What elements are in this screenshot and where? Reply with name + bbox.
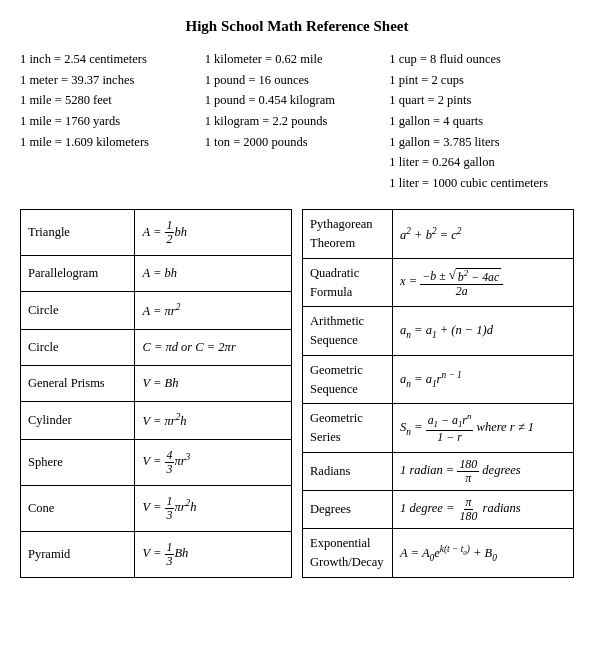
table-row: Geometric Sequence an = a1rn − 1 xyxy=(303,355,574,404)
table-row: Arithmetic Sequence an = a1 + (n − 1)d xyxy=(303,307,574,356)
shape-name: Triangle xyxy=(21,210,135,256)
conv-item: 1 meter = 39.37 inches xyxy=(20,70,205,91)
shape-name: General Prisms xyxy=(21,366,135,402)
shape-name: Circle xyxy=(21,291,135,329)
triangle-formula: A = 12bh xyxy=(135,210,292,256)
left-table: Triangle A = 12bh Parallelogram A = bh C… xyxy=(20,209,292,577)
concept-name: Geometric Series xyxy=(303,404,393,453)
concept-name: Degrees xyxy=(303,491,393,529)
cylinder-formula: V = πr2h xyxy=(135,401,292,439)
concept-name: Pythagorean Theorem xyxy=(303,210,393,259)
table-row: Parallelogram A = bh xyxy=(21,256,292,292)
table-row: Radians 1 radian = 180π degrees xyxy=(303,452,574,490)
conv-item: 1 pound = 16 ounces xyxy=(205,70,390,91)
conversions-col3: 1 cup = 8 fluid ounces 1 pint = 2 cups 1… xyxy=(389,49,574,193)
concept-name: Arithmetic Sequence xyxy=(303,307,393,356)
table-row: General Prisms V = Bh xyxy=(21,366,292,402)
geo-series-formula: Sn = a1 − a1rn 1 − r where r ≠ 1 xyxy=(393,404,574,453)
shape-name: Parallelogram xyxy=(21,256,135,292)
conv-item: 1 mile = 1.609 kilometers xyxy=(20,132,205,153)
table-row: Circle C = πd or C = 2πr xyxy=(21,330,292,366)
table-row: Cone V = 13πr2h xyxy=(21,485,292,531)
right-table: Pythagorean Theorem a2 + b2 = c2 Quadrat… xyxy=(302,209,574,577)
tables-wrapper: Triangle A = 12bh Parallelogram A = bh C… xyxy=(20,209,574,577)
table-row: Cylinder V = πr2h xyxy=(21,401,292,439)
conversions-col1: 1 inch = 2.54 centimeters 1 meter = 39.3… xyxy=(20,49,205,193)
pythagorean-formula: a2 + b2 = c2 xyxy=(393,210,574,259)
table-row: Quadratic Formula x = −b ± √b2 − 4ac 2a xyxy=(303,258,574,307)
conv-item: 1 ton = 2000 pounds xyxy=(205,132,390,153)
table-row: Sphere V = 43πr3 xyxy=(21,440,292,486)
table-row: Pythagorean Theorem a2 + b2 = c2 xyxy=(303,210,574,259)
conv-item: 1 pound = 0.454 kilogram xyxy=(205,90,390,111)
concept-name: Exponential Growth/Decay xyxy=(303,529,393,578)
degrees-formula: 1 degree = π180 radians xyxy=(393,491,574,529)
conv-item: 1 inch = 2.54 centimeters xyxy=(20,49,205,70)
concept-name: Geometric Sequence xyxy=(303,355,393,404)
circle-circ-formula: C = πd or C = 2πr xyxy=(135,330,292,366)
quadratic-formula: x = −b ± √b2 − 4ac 2a xyxy=(393,258,574,307)
conv-item: 1 kilogram = 2.2 pounds xyxy=(205,111,390,132)
conv-item: 1 liter = 0.264 gallon xyxy=(389,152,574,173)
table-row: Exponential Growth/Decay A = A0ek(t − t0… xyxy=(303,529,574,578)
conv-item: 1 gallon = 4 quarts xyxy=(389,111,574,132)
page-title: High School Math Reference Sheet xyxy=(20,18,574,35)
shape-name: Cone xyxy=(21,485,135,531)
conversions-col2: 1 kilometer = 0.62 mile 1 pound = 16 oun… xyxy=(205,49,390,193)
table-row: Geometric Series Sn = a1 − a1rn 1 − r wh… xyxy=(303,404,574,453)
conv-item: 1 cup = 8 fluid ounces xyxy=(389,49,574,70)
exp-formula: A = A0ek(t − t0) + B0 xyxy=(393,529,574,578)
table-row: Circle A = πr2 xyxy=(21,291,292,329)
conv-item: 1 mile = 5280 feet xyxy=(20,90,205,111)
arith-seq-formula: an = a1 + (n − 1)d xyxy=(393,307,574,356)
pyramid-formula: V = 13Bh xyxy=(135,531,292,577)
shape-name: Pyramid xyxy=(21,531,135,577)
parallelogram-formula: A = bh xyxy=(135,256,292,292)
shape-name: Sphere xyxy=(21,440,135,486)
prisms-formula: V = Bh xyxy=(135,366,292,402)
circle-area-formula: A = πr2 xyxy=(135,291,292,329)
conv-item: 1 kilometer = 0.62 mile xyxy=(205,49,390,70)
conv-item: 1 mile = 1760 yards xyxy=(20,111,205,132)
shape-name: Cylinder xyxy=(21,401,135,439)
concept-name: Radians xyxy=(303,452,393,490)
conversions-section: 1 inch = 2.54 centimeters 1 meter = 39.3… xyxy=(20,49,574,193)
concept-name: Quadratic Formula xyxy=(303,258,393,307)
table-row: Degrees 1 degree = π180 radians xyxy=(303,491,574,529)
shape-name: Circle xyxy=(21,330,135,366)
conv-item: 1 gallon = 3.785 liters xyxy=(389,132,574,153)
geo-seq-formula: an = a1rn − 1 xyxy=(393,355,574,404)
conv-item: 1 liter = 1000 cubic centimeters xyxy=(389,173,574,194)
table-row: Pyramid V = 13Bh xyxy=(21,531,292,577)
conv-item: 1 quart = 2 pints xyxy=(389,90,574,111)
table-row: Triangle A = 12bh xyxy=(21,210,292,256)
conv-item: 1 pint = 2 cups xyxy=(389,70,574,91)
sphere-formula: V = 43πr3 xyxy=(135,440,292,486)
radians-formula: 1 radian = 180π degrees xyxy=(393,452,574,490)
cone-formula: V = 13πr2h xyxy=(135,485,292,531)
